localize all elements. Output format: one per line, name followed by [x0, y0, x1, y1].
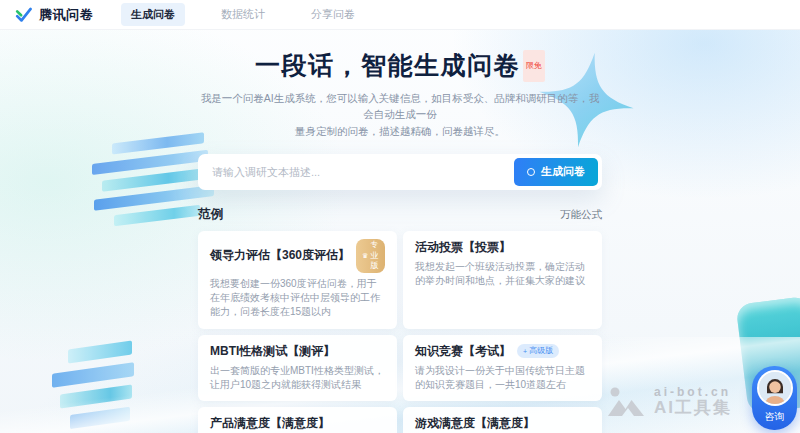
crown-icon: ♛ [362, 252, 368, 259]
universal-formula-link[interactable]: 万能公式 [560, 208, 602, 222]
example-card-leadership[interactable]: 领导力评估【360度评估】 ♛专业版 我想要创建一份360度评估问卷，用于在年底… [198, 231, 397, 329]
brand[interactable]: 腾讯问卷 [14, 5, 93, 24]
watermark-name: AI工具集 [654, 399, 732, 418]
badge-label: 专业版 [370, 240, 379, 271]
main-content: 一段话，智能生成问卷限免 我是一个问卷AI生成系统，您可以输入关键信息，如目标受… [198, 30, 602, 433]
glass-cubes-decoration [52, 338, 147, 433]
consultant-avatar [757, 370, 793, 406]
page-title: 一段话，智能生成问卷限免 [198, 50, 602, 82]
consult-label: 咨询 [765, 410, 785, 424]
page: 腾讯问卷 生成问卷 数据统计 分享问卷 一段话，智能生成问卷限免 我是一个问卷A… [0, 0, 800, 433]
card-title: 产品满意度【满意度】 [210, 415, 330, 432]
card-body: 请为我设计一份关于中国传统节日主题的知识竞赛题目，一共10道题左右 [415, 364, 590, 392]
card-title: MBTI性格测试【测评】 [210, 343, 335, 360]
consult-float-widget[interactable]: 咨询 [752, 366, 797, 430]
top-nav: 腾讯问卷 生成问卷 数据统计 分享问卷 [0, 0, 800, 30]
card-body: 我想要创建一份360度评估问卷，用于在年底绩效考核中评估中层领导的工作能力，问卷… [210, 277, 385, 320]
example-card-game-satisfaction[interactable]: 游戏满意度【满意度】 我想要创建一份游戏的满意度问卷，希望了解玩家对该游戏的满意… [403, 407, 602, 433]
card-title: 领导力评估【360度评估】 [210, 247, 350, 264]
card-body: 出一套简版的专业MBTI性格类型测试，让用户10题之内就能获得测试结果 [210, 364, 385, 392]
tab-generate-survey[interactable]: 生成问卷 [121, 3, 185, 26]
page-title-text: 一段话，智能生成问卷 [255, 51, 520, 79]
limited-free-badge: 限免 [523, 50, 545, 82]
tab-data-statistics[interactable]: 数据统计 [211, 3, 275, 26]
watermark: ai-bot.cn AI工具集 [606, 385, 732, 419]
example-card-mbti-test[interactable]: MBTI性格测试【测评】 出一套简版的专业MBTI性格类型测试，让用户10题之内… [198, 335, 397, 401]
card-title: 活动投票【投票】 [415, 239, 511, 256]
subtitle-line-1: 我是一个问卷AI生成系统，您可以输入关键信息，如目标受众、品牌和调研目的等，我会… [198, 90, 602, 123]
ai-bot-logo-icon [606, 385, 646, 419]
examples-title: 范例 [198, 206, 223, 223]
card-title: 游戏满意度【满意度】 [415, 415, 535, 432]
example-card-activity-vote[interactable]: 活动投票【投票】 我想发起一个班级活动投票，确定活动的举办时间和地点，并征集大家… [403, 231, 602, 329]
generate-survey-button[interactable]: 生成问卷 [514, 158, 598, 186]
examples-header: 范例 万能公式 [198, 206, 602, 223]
plus-icon: + [523, 348, 527, 355]
brand-logo-icon [14, 5, 33, 24]
generate-circle-icon [527, 168, 535, 176]
example-card-knowledge-quiz[interactable]: 知识竞赛【考试】 +高级版 请为我设计一份关于中国传统节日主题的知识竞赛题目，一… [403, 335, 602, 401]
example-cards-grid: 领导力评估【360度评估】 ♛专业版 我想要创建一份360度评估问卷，用于在年底… [198, 231, 602, 433]
subtitle-line-2: 量身定制的问卷，描述越精确，问卷越详尽。 [198, 123, 602, 139]
badge-label: 高级版 [529, 346, 553, 356]
page-subtitle: 我是一个问卷AI生成系统，您可以输入关键信息，如目标受众、品牌和调研目的等，我会… [198, 90, 602, 139]
card-body: 我想发起一个班级活动投票，确定活动的举办时间和地点，并征集大家的建议 [415, 260, 590, 288]
tab-share-survey[interactable]: 分享问卷 [301, 3, 365, 26]
survey-input-bar: 生成问卷 [198, 154, 602, 190]
nav-tabs: 生成问卷 数据统计 分享问卷 [121, 3, 365, 26]
advanced-version-badge: +高级版 [517, 344, 559, 357]
card-title: 知识竞赛【考试】 [415, 343, 511, 360]
brand-name: 腾讯问卷 [39, 6, 93, 24]
survey-description-input[interactable] [198, 154, 514, 190]
pro-version-badge: ♛专业版 [356, 239, 385, 273]
example-card-product-satisfaction[interactable]: 产品满意度【满意度】 我要创建一份A产品的产品满意度问卷，了解用户对该产品的功能… [198, 407, 397, 433]
generate-button-label: 生成问卷 [541, 164, 585, 179]
